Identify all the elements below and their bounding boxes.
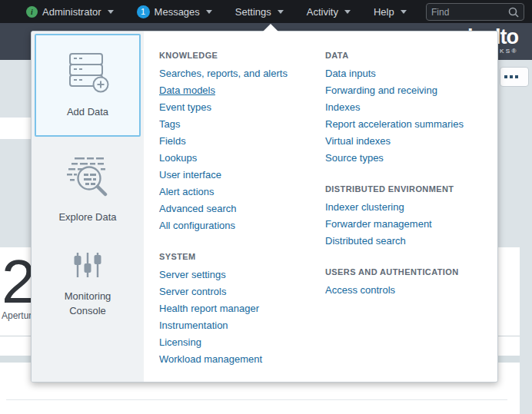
- ellipsis-icon: [504, 75, 507, 78]
- menu-item-source-types[interactable]: Source types: [325, 150, 494, 167]
- find-search-box[interactable]: [426, 3, 524, 21]
- explore-data-item[interactable]: Explore Data: [58, 155, 116, 225]
- top-bar: i Administrator 1 Messages Settings Acti…: [0, 0, 532, 23]
- menu-link-columns: KNOWLEDGE Searches, reports, and alerts …: [144, 31, 497, 382]
- explore-data-label: Explore Data: [58, 210, 116, 225]
- menu-item-distributed-search[interactable]: Distributed search: [325, 233, 494, 250]
- group-header-distributed-environment: DISTRIBUTED ENVIRONMENT: [325, 181, 494, 197]
- menu-item-alert-actions[interactable]: Alert actions: [159, 184, 313, 200]
- settings-menu-label: Settings: [235, 6, 271, 18]
- menu-item-advanced-search[interactable]: Advanced search: [159, 200, 313, 217]
- menu-item-forwarder-management[interactable]: Forwarder management: [325, 216, 494, 233]
- chevron-down-icon: [278, 10, 284, 14]
- activity-menu-label: Activity: [307, 6, 338, 18]
- add-data-tile[interactable]: Add Data: [35, 34, 141, 137]
- group-header-knowledge: KNOWLEDGE: [159, 47, 313, 64]
- group-header-data: DATA: [325, 47, 494, 64]
- user-menu-label: Administrator: [42, 6, 101, 18]
- data-group: DATA Data inputs Forwarding and receivin…: [325, 47, 494, 167]
- ellipsis-icon: [510, 75, 513, 78]
- settings-menu[interactable]: Settings: [235, 6, 284, 18]
- menu-item-all-configurations[interactable]: All configurations: [159, 217, 313, 234]
- menu-item-user-interface[interactable]: User interface: [159, 167, 313, 184]
- menu-item-indexes[interactable]: Indexes: [325, 99, 494, 116]
- monitoring-console-icon: [72, 251, 103, 279]
- menu-column-2: DATA Data inputs Forwarding and receivin…: [325, 47, 494, 382]
- add-data-icon: [65, 51, 110, 93]
- distributed-environment-group: DISTRIBUTED ENVIRONMENT Indexer clusteri…: [325, 181, 494, 250]
- menu-item-lookups[interactable]: Lookups: [159, 150, 313, 167]
- menu-item-fields[interactable]: Fields: [159, 133, 313, 150]
- group-header-users-authentication: USERS AND AUTHENTICATION: [325, 263, 494, 280]
- background-panel-strip: [0, 118, 34, 139]
- menu-item-forwarding-and-receiving[interactable]: Forwarding and receiving: [325, 82, 494, 99]
- activity-menu[interactable]: Activity: [307, 6, 351, 18]
- more-actions-button[interactable]: [500, 67, 529, 87]
- menu-item-data-models[interactable]: Data models: [159, 82, 313, 99]
- explore-data-icon: [64, 155, 111, 200]
- users-authentication-group: USERS AND AUTHENTICATION Access controls: [325, 263, 494, 299]
- chevron-down-icon: [206, 10, 212, 14]
- menu-pointer-notch: [263, 24, 278, 31]
- search-icon: [508, 7, 519, 18]
- ellipsis-icon: [515, 75, 518, 78]
- menu-item-instrumentation[interactable]: Instrumentation: [159, 317, 313, 334]
- monitoring-console-item[interactable]: Monitoring Console: [52, 251, 123, 319]
- user-avatar-icon: i: [26, 6, 38, 18]
- menu-quick-nav: Add Data Explore Data: [32, 31, 144, 382]
- menu-item-licensing[interactable]: Licensing: [159, 334, 313, 351]
- user-menu[interactable]: i Administrator: [26, 6, 114, 18]
- monitoring-console-label: Monitoring Console: [52, 290, 123, 319]
- system-group: SYSTEM Server settings Server controls H…: [159, 248, 313, 368]
- menu-item-report-acceleration-summaries[interactable]: Report acceleration summaries: [325, 116, 494, 133]
- menu-item-indexer-clustering[interactable]: Indexer clustering: [325, 199, 494, 216]
- settings-mega-menu: Add Data Explore Data: [31, 31, 498, 383]
- chevron-down-icon: [401, 10, 407, 14]
- messages-menu[interactable]: 1 Messages: [137, 5, 212, 18]
- chevron-down-icon: [344, 10, 351, 14]
- messages-count-badge: 1: [137, 5, 150, 18]
- menu-item-server-controls[interactable]: Server controls: [159, 283, 313, 300]
- menu-item-virtual-indexes[interactable]: Virtual indexes: [325, 133, 494, 150]
- add-data-label: Add Data: [67, 105, 108, 120]
- help-menu-label: Help: [374, 6, 394, 18]
- menu-item-data-inputs[interactable]: Data inputs: [325, 65, 494, 82]
- messages-menu-label: Messages: [155, 6, 200, 18]
- menu-item-event-types[interactable]: Event types: [159, 99, 313, 116]
- menu-item-tags[interactable]: Tags: [159, 116, 313, 133]
- metric-caption: Apertur: [2, 310, 32, 321]
- find-search-input[interactable]: [431, 7, 508, 18]
- menu-item-access-controls[interactable]: Access controls: [325, 282, 494, 299]
- group-header-system: SYSTEM: [159, 248, 313, 265]
- menu-item-health-report-manager[interactable]: Health report manager: [159, 300, 313, 317]
- knowledge-group: KNOWLEDGE Searches, reports, and alerts …: [159, 47, 313, 234]
- chevron-down-icon: [108, 10, 114, 14]
- help-menu[interactable]: Help: [374, 6, 407, 18]
- menu-item-server-settings[interactable]: Server settings: [159, 267, 313, 283]
- menu-column-1: KNOWLEDGE Searches, reports, and alerts …: [159, 47, 313, 382]
- background-rule: [6, 399, 507, 400]
- menu-item-workload-management[interactable]: Workload management: [159, 351, 313, 368]
- menu-item-searches-reports-alerts[interactable]: Searches, reports, and alerts: [159, 65, 313, 82]
